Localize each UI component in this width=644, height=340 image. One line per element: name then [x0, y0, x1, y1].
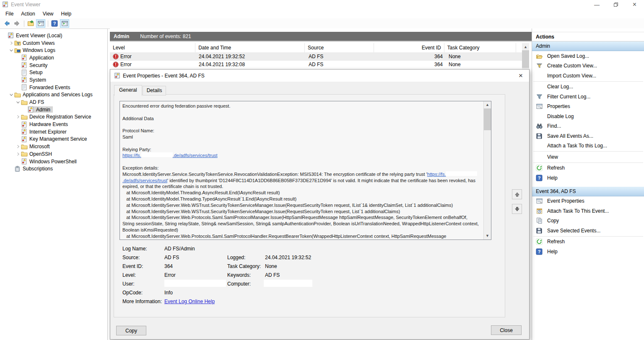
action-open-saved-log[interactable]: Open Saved Log...	[532, 51, 644, 61]
dialog-close-button[interactable]: ×	[514, 70, 527, 81]
action-import-custom-view[interactable]: Import Custom View...	[532, 71, 644, 81]
scroll-thumb[interactable]	[522, 50, 529, 68]
message-link[interactable]: https://fs.	[122, 153, 141, 158]
tree-item-body[interactable]: Device Registration Service	[21, 114, 92, 120]
action-refresh[interactable]: Refresh	[532, 163, 644, 173]
tree-item-key-management-service[interactable]: Key Management Service	[0, 136, 107, 143]
event-row[interactable]: Error24.04.2021 19:32:52AD FS364None	[110, 52, 522, 61]
message-scroll-thumb[interactable]	[484, 108, 491, 130]
tree-item-body[interactable]: Microsoft	[21, 144, 51, 150]
restore-button[interactable]	[606, 0, 625, 9]
tree-item-device-registration-service[interactable]: Device Registration Service	[0, 113, 107, 121]
close-button[interactable]: ×	[625, 0, 644, 9]
action-find[interactable]: Find...	[532, 121, 644, 131]
action-help[interactable]: ?Help	[532, 247, 644, 257]
tree-item-body[interactable]: Custom Views	[14, 40, 56, 46]
action-save-selected-events[interactable]: Save Selected Events...	[532, 226, 644, 236]
chevron-down-icon[interactable]	[8, 92, 14, 98]
tree-item-windows-powershell[interactable]: Windows PowerShell	[0, 158, 107, 165]
tab-general[interactable]: General	[114, 85, 142, 96]
action-save-all-events-as[interactable]: Save All Events As...	[532, 131, 644, 141]
tree-item-body[interactable]: OpenSSH	[21, 151, 53, 157]
chevron-down-icon[interactable]	[8, 47, 14, 53]
help-button[interactable]: ?	[50, 19, 59, 28]
previous-event-button[interactable]	[512, 189, 522, 199]
message-scroll-down-icon[interactable]: ▼	[484, 232, 491, 240]
action-properties[interactable]: Properties	[532, 102, 644, 112]
tree-item-body[interactable]: Internet Explorer	[21, 129, 68, 135]
message-link[interactable]: https://fs.	[427, 172, 446, 177]
action-disable-log[interactable]: Disable Log	[532, 111, 644, 121]
tree-item-windows-logs[interactable]: Windows Logs	[0, 46, 107, 54]
action-section-header-admin[interactable]: Admin	[532, 41, 644, 51]
tree-item-body[interactable]: AD FS	[21, 99, 45, 106]
column-header-level[interactable]: Level	[110, 43, 195, 52]
tree-item-body[interactable]: Security	[21, 62, 49, 68]
message-link[interactable]: .de/adfs/services/trust	[122, 178, 167, 183]
tree-item-ad-fs[interactable]: AD FS	[0, 98, 107, 106]
action-view[interactable]: View	[532, 152, 644, 162]
tree-item-security[interactable]: Security	[0, 62, 107, 69]
minimize-button[interactable]: —	[587, 0, 606, 9]
action-create-custom-view[interactable]: Create Custom View...	[532, 61, 644, 71]
tree-item-event-viewer-local[interactable]: Event Viewer (Local)	[0, 32, 107, 39]
tree-item-hardware-events[interactable]: Hardware Events	[0, 121, 107, 128]
event-row[interactable]: Error24.04.2021 19:32:08AD FS364None	[110, 61, 522, 69]
chevron-right-icon[interactable]	[8, 40, 14, 46]
column-header-task-category[interactable]: Task Category	[444, 43, 516, 52]
back-button[interactable]	[2, 19, 11, 28]
action-event-properties[interactable]: Event Properties	[532, 196, 644, 206]
forward-button[interactable]	[12, 19, 21, 28]
tree-item-internet-explorer[interactable]: Internet Explorer	[0, 128, 107, 136]
open-log-button[interactable]	[26, 19, 35, 28]
next-event-button[interactable]	[512, 204, 522, 214]
action-pane-button[interactable]	[60, 19, 69, 28]
tree-selection[interactable]: Admin	[28, 106, 53, 113]
message-link[interactable]: .de/adfs/services/trust	[173, 153, 218, 158]
menu-help[interactable]: Help	[57, 10, 75, 18]
tree-item-body[interactable]: System	[21, 77, 47, 83]
tree-item-body[interactable]: Applications and Services Logs	[14, 92, 94, 98]
column-header-date-and-time[interactable]: Date and Time	[195, 43, 305, 52]
tree-item-body[interactable]: Subscriptions	[14, 166, 54, 172]
tab-details[interactable]: Details	[143, 86, 166, 95]
tree-item-forwarded-events[interactable]: Forwarded Events	[0, 84, 107, 91]
tree-item-body[interactable]: Event Viewer (Local)	[8, 32, 64, 39]
tree-item-body[interactable]: Application	[21, 54, 55, 61]
action-help[interactable]: ?Help	[532, 173, 644, 183]
tree-item-application[interactable]: Application	[0, 54, 107, 62]
chevron-down-icon[interactable]	[15, 99, 21, 105]
tree-item-body[interactable]: Key Management Service	[21, 136, 88, 142]
chevron-right-icon[interactable]	[15, 114, 21, 120]
action-filter-current-log[interactable]: Filter Current Log...	[532, 92, 644, 102]
message-scroll-up-icon[interactable]: ▲	[484, 101, 491, 108]
message-scrollbar[interactable]: ▲ ▼	[483, 101, 491, 240]
tree-item-system[interactable]: System	[0, 76, 107, 84]
chevron-right-icon[interactable]	[15, 151, 21, 157]
menu-view[interactable]: View	[39, 10, 57, 18]
menu-action[interactable]: Action	[17, 10, 39, 18]
tree-item-admin[interactable]: Admin	[0, 106, 107, 113]
column-header-source[interactable]: Source	[305, 43, 374, 52]
tree-item-body[interactable]: Windows Logs	[14, 47, 57, 54]
tree-item-body[interactable]: Windows PowerShell	[21, 158, 78, 165]
console-tree-button[interactable]	[36, 19, 45, 28]
tree-item-body[interactable]: Setup	[21, 70, 44, 76]
copy-button[interactable]: Copy	[116, 326, 146, 335]
action-attach-task-to-this-event[interactable]: Attach Task To This Event...	[532, 206, 644, 216]
tree-item-setup[interactable]: Setup	[0, 69, 107, 76]
action-clear-log[interactable]: Clear Log...	[532, 82, 644, 92]
chevron-right-icon[interactable]	[15, 144, 21, 149]
tree-item-subscriptions[interactable]: Subscriptions	[0, 165, 107, 173]
action-attach-a-task-to-this-log[interactable]: Attach a Task To this Log...	[532, 141, 644, 151]
column-header-event-id[interactable]: Event ID	[374, 43, 444, 52]
tree-item-openssh[interactable]: OpenSSH	[0, 150, 107, 158]
action-section-header-event-364-ad-fs[interactable]: Event 364, AD FS	[532, 187, 644, 196]
menu-file[interactable]: File	[2, 10, 17, 18]
tree-item-body[interactable]: Hardware Events	[21, 121, 69, 128]
event-message-area[interactable]: Encountered error during federation pass…	[119, 101, 491, 240]
scroll-up-icon[interactable]: ▲	[522, 43, 529, 50]
close-dialog-button[interactable]: Close	[491, 325, 522, 335]
event-log-online-help-link[interactable]: Event Log Online Help	[164, 299, 215, 304]
action-copy[interactable]: Copy	[532, 216, 644, 226]
